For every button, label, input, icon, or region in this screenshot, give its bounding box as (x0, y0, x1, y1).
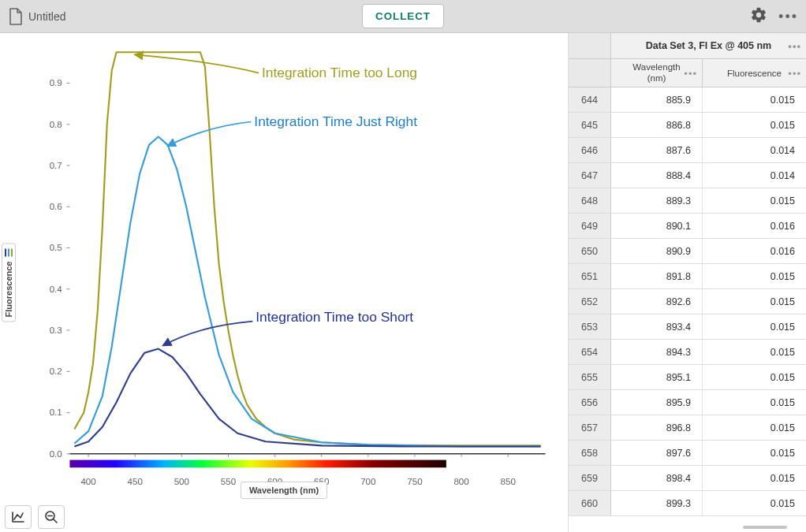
cell-fluorescence[interactable]: 0.015 (703, 264, 806, 288)
cell-wavelength[interactable]: 892.6 (611, 289, 703, 314)
table-row[interactable]: 654894.30.015 (569, 340, 806, 365)
cell-wavelength[interactable]: 899.3 (611, 491, 703, 515)
toolbar: Untitled COLLECT ••• (0, 0, 806, 33)
row-index: 658 (569, 441, 611, 465)
main-area: Fluorescence 0.00.10.20.30.40.5 (0, 33, 806, 532)
cell-fluorescence[interactable]: 0.015 (703, 289, 806, 314)
cell-fluorescence[interactable]: 0.016 (703, 214, 806, 238)
cell-wavelength[interactable]: 890.1 (611, 214, 703, 238)
row-index: 657 (569, 415, 611, 440)
cell-wavelength[interactable]: 888.4 (611, 163, 703, 188)
svg-text:Integration Time Just Right: Integration Time Just Right (254, 113, 417, 129)
svg-text:550: 550 (221, 477, 236, 486)
column-fluorescence-more-icon[interactable]: ••• (788, 67, 801, 79)
cell-fluorescence[interactable]: 0.015 (703, 365, 806, 389)
row-index: 649 (569, 214, 611, 238)
cell-wavelength[interactable]: 890.9 (611, 239, 703, 263)
cell-fluorescence[interactable]: 0.015 (703, 113, 806, 137)
cell-fluorescence[interactable]: 0.015 (703, 466, 806, 490)
table-row[interactable]: 653893.40.015 (569, 314, 806, 340)
cell-wavelength[interactable]: 893.4 (611, 314, 703, 339)
y-axis-label-tab[interactable]: Fluorescence (2, 243, 16, 322)
svg-text:0.6: 0.6 (50, 202, 62, 211)
cell-fluorescence[interactable]: 0.015 (703, 188, 806, 213)
table-row[interactable]: 652892.60.015 (569, 289, 806, 314)
table-row[interactable]: 655895.10.015 (569, 365, 806, 390)
series-integration-time-too-short (74, 349, 540, 447)
cell-wavelength[interactable]: 894.3 (611, 340, 703, 364)
svg-text:0.5: 0.5 (50, 243, 62, 252)
horizontal-scrollbar-thumb[interactable] (743, 526, 787, 529)
chart-options-button[interactable] (5, 505, 32, 529)
cell-wavelength[interactable]: 891.8 (611, 264, 703, 288)
table-row[interactable]: 658897.60.015 (569, 441, 806, 466)
row-index: 644 (569, 87, 611, 112)
more-icon[interactable]: ••• (778, 13, 798, 20)
cell-wavelength[interactable]: 885.9 (611, 87, 703, 112)
table-row[interactable]: 659898.40.015 (569, 466, 806, 491)
cell-fluorescence[interactable]: 0.014 (703, 163, 806, 188)
table-row[interactable]: 660899.30.015 (569, 491, 806, 516)
chart-pane: Fluorescence 0.00.10.20.30.40.5 (0, 33, 568, 532)
cell-fluorescence[interactable]: 0.015 (703, 87, 806, 112)
table-row[interactable]: 648889.30.015 (569, 188, 806, 214)
svg-text:0.9: 0.9 (50, 78, 62, 87)
svg-text:800: 800 (453, 477, 468, 486)
svg-text:0.0: 0.0 (50, 449, 62, 459)
table-row[interactable]: 651891.80.015 (569, 264, 806, 289)
column-wavelength-more-icon[interactable]: ••• (684, 67, 697, 79)
row-index: 652 (569, 289, 611, 314)
series-integration-time-too-long (74, 52, 540, 445)
chart-canvas[interactable]: 0.00.10.20.30.40.50.60.70.80.9 400450500… (6, 43, 562, 496)
cell-wavelength[interactable]: 886.8 (611, 113, 703, 137)
plot-area (74, 52, 540, 446)
svg-text:500: 500 (174, 477, 189, 486)
svg-text:850: 850 (501, 477, 516, 486)
cell-wavelength[interactable]: 895.9 (611, 390, 703, 415)
table-row[interactable]: 645886.80.015 (569, 113, 806, 138)
cell-wavelength[interactable]: 895.1 (611, 365, 703, 389)
cell-fluorescence[interactable]: 0.015 (703, 340, 806, 364)
svg-text:0.8: 0.8 (50, 120, 62, 129)
table-row[interactable]: 647888.40.014 (569, 163, 806, 188)
column-wavelength-header[interactable]: Wavelength (nm) (632, 62, 680, 83)
zoom-out-button[interactable] (38, 505, 65, 529)
table-row[interactable]: 656895.90.015 (569, 390, 806, 415)
table-row[interactable]: 649890.10.016 (569, 214, 806, 239)
cell-fluorescence[interactable]: 0.015 (703, 314, 806, 339)
spectrum-bar (69, 460, 446, 468)
cell-fluorescence[interactable]: 0.015 (703, 390, 806, 415)
cell-wavelength[interactable]: 897.6 (611, 441, 703, 465)
data-table-pane: Data Set 3, Fl Ex @ 405 nm ••• Wavelengt… (568, 33, 806, 532)
dataset-more-icon[interactable]: ••• (788, 40, 801, 52)
cell-wavelength[interactable]: 887.6 (611, 138, 703, 162)
legend-swatches (5, 248, 13, 256)
table-body[interactable]: 644885.90.015645886.80.015646887.60.0146… (569, 87, 806, 532)
cell-wavelength[interactable]: 889.3 (611, 188, 703, 213)
cell-fluorescence[interactable]: 0.015 (703, 491, 806, 515)
table-row[interactable]: 646887.60.014 (569, 138, 806, 163)
collect-button[interactable]: COLLECT (362, 4, 444, 28)
cell-fluorescence[interactable]: 0.016 (703, 239, 806, 263)
table-row[interactable]: 657896.80.015 (569, 415, 806, 441)
x-axis-label[interactable]: Wavelength (nm) (241, 482, 327, 499)
svg-text:400: 400 (80, 477, 95, 486)
svg-text:0.4: 0.4 (50, 285, 63, 294)
series-integration-time-just-right (74, 136, 540, 446)
cell-wavelength[interactable]: 898.4 (611, 466, 703, 490)
dataset-title[interactable]: Data Set 3, Fl Ex @ 405 nm (646, 40, 771, 51)
document-icon[interactable] (8, 7, 24, 26)
cell-fluorescence[interactable]: 0.015 (703, 415, 806, 440)
svg-text:Integration Time too Short: Integration Time too Short (256, 309, 413, 325)
column-fluorescence-header[interactable]: Fluorescence (727, 69, 782, 78)
row-index: 660 (569, 491, 611, 515)
file-title[interactable]: Untitled (28, 10, 65, 23)
cell-wavelength[interactable]: 896.8 (611, 415, 703, 440)
table-row[interactable]: 650890.90.016 (569, 239, 806, 264)
cell-fluorescence[interactable]: 0.015 (703, 441, 806, 465)
table-row[interactable]: 644885.90.015 (569, 87, 806, 113)
gear-icon[interactable] (750, 6, 767, 26)
row-index: 645 (569, 113, 611, 137)
row-index: 647 (569, 163, 611, 188)
cell-fluorescence[interactable]: 0.014 (703, 138, 806, 162)
